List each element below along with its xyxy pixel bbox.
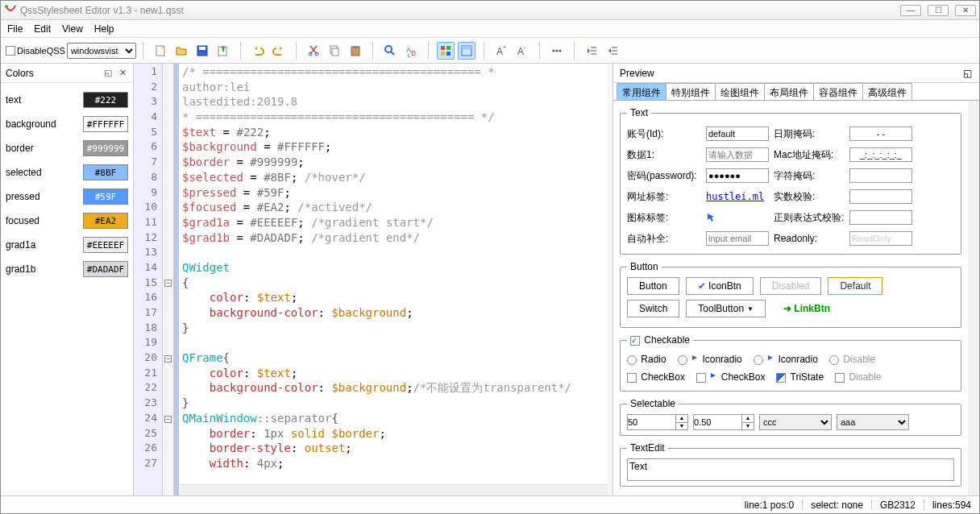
- color-swatch[interactable]: #59F: [83, 189, 128, 205]
- find-icon[interactable]: [381, 42, 399, 60]
- radio-disabled: [829, 355, 839, 365]
- button-default[interactable]: Default: [828, 277, 882, 295]
- svg-text:A: A: [517, 46, 524, 57]
- menu-file[interactable]: File: [7, 23, 23, 35]
- autocomplete-input[interactable]: [706, 231, 769, 246]
- button-icon[interactable]: ✔ IconBtn: [686, 277, 754, 295]
- more-icon[interactable]: [548, 42, 566, 60]
- color-swatch[interactable]: #FFFFFF: [83, 116, 128, 132]
- color-name: border: [6, 143, 83, 154]
- fold-strip[interactable]: −−−: [163, 64, 174, 495]
- link-button[interactable]: ➜ LinkBtn: [772, 300, 841, 317]
- svg-rect-3: [199, 47, 206, 50]
- replace-icon[interactable]: AB: [402, 42, 420, 60]
- color-row: grad1a #EEEEEF: [6, 233, 128, 257]
- color-swatch[interactable]: #999999: [83, 140, 128, 156]
- regex-input[interactable]: [849, 210, 912, 225]
- preview-tab[interactable]: 容器组件: [813, 83, 863, 100]
- menu-bar: File Edit View Help: [1, 20, 979, 38]
- combo-2[interactable]: aaa: [837, 414, 909, 430]
- status-coding: GB2312: [871, 499, 924, 511]
- paste-icon[interactable]: [347, 42, 364, 60]
- combo-1[interactable]: ccc: [759, 414, 832, 430]
- outdent-icon[interactable]: [583, 42, 600, 60]
- preview-float-icon[interactable]: ◱: [961, 68, 973, 79]
- close-panel-icon[interactable]: ✕: [117, 68, 128, 79]
- code-editor[interactable]: 1234567891011121314151617181920212223242…: [134, 64, 612, 495]
- preview-tab[interactable]: 特别组件: [666, 83, 716, 100]
- menu-help[interactable]: Help: [94, 23, 114, 35]
- redo-icon[interactable]: [270, 42, 288, 60]
- color-swatch[interactable]: #DADADF: [83, 261, 128, 277]
- font-smaller-icon[interactable]: A-: [513, 42, 531, 60]
- title-bar: QssStylesheet Editor v1.3 - new1.qsst — …: [1, 1, 979, 20]
- indent-icon[interactable]: [604, 42, 621, 60]
- svg-rect-19: [462, 46, 471, 49]
- button-disabled: Disabled: [760, 277, 822, 295]
- save-icon[interactable]: [193, 42, 211, 60]
- svg-rect-10: [353, 46, 358, 48]
- preview-tab[interactable]: 常用组件: [617, 83, 666, 100]
- color-row: selected #8BF: [6, 160, 128, 184]
- radio-icon-2: [754, 355, 763, 365]
- checkbox-1: [627, 373, 637, 383]
- maximize-button[interactable]: ☐: [928, 5, 949, 16]
- spinbox-int[interactable]: ▲▼: [627, 414, 688, 430]
- menu-view[interactable]: View: [62, 23, 83, 35]
- menu-edit[interactable]: Edit: [34, 23, 51, 35]
- spinbox-float[interactable]: ▲▼: [693, 414, 754, 430]
- preview-toggle-icon[interactable]: [458, 42, 475, 60]
- preview-tab[interactable]: 布局组件: [764, 83, 814, 100]
- open-file-icon[interactable]: [172, 42, 190, 60]
- color-palette-icon[interactable]: [437, 42, 455, 60]
- new-file-icon[interactable]: [152, 42, 169, 60]
- preview-title: Preview: [620, 68, 961, 79]
- selectable-group: Selectable ▲▼ ▲▼ ccc aaa: [620, 398, 961, 436]
- data1-label: 数据1:: [627, 148, 701, 162]
- checkbox-tristate: [776, 373, 786, 383]
- minimize-button[interactable]: —: [900, 5, 921, 16]
- color-row: text #222: [6, 88, 128, 112]
- tool-button[interactable]: ToolButton: [686, 300, 766, 317]
- button-normal[interactable]: Button: [627, 277, 679, 295]
- date-mask-input[interactable]: [849, 126, 912, 141]
- readonly-input: [849, 231, 912, 246]
- undo-icon[interactable]: [249, 42, 267, 60]
- float-icon[interactable]: ◱: [102, 68, 114, 79]
- preview-tab[interactable]: 绘图组件: [715, 83, 765, 100]
- close-button[interactable]: ✕: [955, 5, 976, 16]
- url-link[interactable]: hustlei.ml: [706, 191, 769, 202]
- svg-text:B: B: [411, 49, 416, 57]
- text-edit[interactable]: Text: [627, 458, 954, 481]
- color-row: border #999999: [6, 136, 128, 160]
- color-name: pressed: [6, 191, 83, 202]
- style-combo[interactable]: windowsvist: [67, 43, 136, 59]
- horizontal-scrollbar[interactable]: [179, 484, 608, 495]
- status-lines: lines:594: [924, 499, 979, 511]
- real-label: 实数校验:: [774, 190, 845, 204]
- code-area[interactable]: /* =====================================…: [174, 64, 608, 495]
- cut-icon[interactable]: [305, 42, 322, 60]
- disable-qss-checkbox[interactable]: [6, 46, 15, 56]
- password-label: 密码(password):: [627, 169, 701, 183]
- color-swatch[interactable]: #222: [83, 92, 128, 108]
- id-input[interactable]: [706, 126, 769, 141]
- real-input[interactable]: [849, 189, 912, 204]
- svg-point-25: [555, 49, 558, 52]
- colors-panel: Colors ◱ ✕ text #222background #FFFFFFbo…: [1, 64, 134, 495]
- data1-input[interactable]: [706, 147, 769, 162]
- password-input[interactable]: [706, 168, 769, 183]
- font-bigger-icon[interactable]: A+: [492, 42, 510, 60]
- copy-icon[interactable]: [326, 42, 343, 60]
- date-mask-label: 日期掩码:: [774, 127, 845, 141]
- export-icon[interactable]: [214, 42, 232, 60]
- color-swatch[interactable]: #8BF: [83, 164, 128, 180]
- regex-label: 正则表达式校验:: [774, 211, 845, 225]
- color-swatch[interactable]: #EA2: [83, 213, 128, 229]
- toolbar: DisableQSS windowsvist AB A+ A-: [1, 38, 979, 64]
- char-mask-input[interactable]: [849, 168, 912, 183]
- switch-button[interactable]: Switch: [627, 300, 679, 317]
- mac-input[interactable]: [849, 147, 912, 162]
- color-swatch[interactable]: #EEEEEF: [83, 237, 128, 253]
- preview-tab[interactable]: 高级组件: [862, 83, 912, 100]
